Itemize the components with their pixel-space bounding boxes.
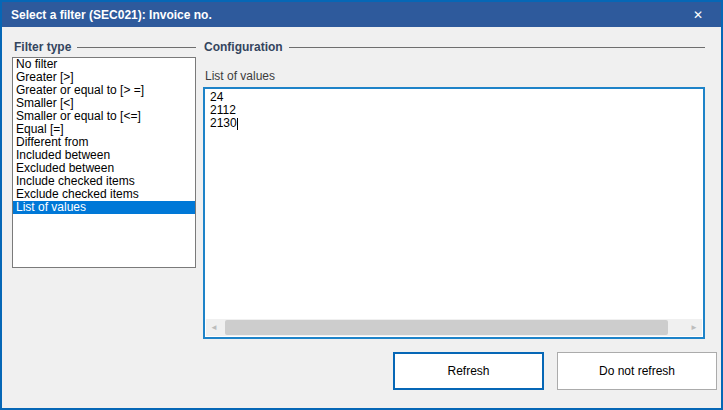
filter-type-group-label: Filter type xyxy=(14,40,71,54)
close-icon[interactable]: ✕ xyxy=(687,2,709,27)
value-line: 2112 xyxy=(210,104,698,117)
horizontal-scrollbar[interactable]: ◄ ► xyxy=(206,319,702,336)
group-divider-line xyxy=(289,47,705,48)
value-line: 24 xyxy=(210,91,698,104)
scroll-right-icon[interactable]: ► xyxy=(686,319,702,336)
textarea-content: 2421122130 xyxy=(205,89,703,132)
group-divider-line xyxy=(77,47,196,48)
configuration-group-label: Configuration xyxy=(204,40,283,54)
value-line: 2130 xyxy=(210,117,698,130)
scrollbar-track[interactable] xyxy=(222,319,686,336)
refresh-button[interactable]: Refresh xyxy=(393,352,544,390)
filter-dialog: Select a filter (SEC021): Invoice no. ✕ … xyxy=(0,0,723,410)
text-caret xyxy=(237,118,238,130)
list-of-values-textarea[interactable]: 2421122130 ◄ ► xyxy=(203,87,705,339)
filter-type-group-header: Filter type xyxy=(14,40,196,54)
list-of-values-label: List of values xyxy=(205,69,275,83)
titlebar[interactable]: Select a filter (SEC021): Invoice no. ✕ xyxy=(2,2,721,27)
do-not-refresh-button[interactable]: Do not refresh xyxy=(557,352,717,390)
scroll-left-icon[interactable]: ◄ xyxy=(206,319,222,336)
window-title: Select a filter (SEC021): Invoice no. xyxy=(2,8,212,22)
configuration-group-header: Configuration xyxy=(204,40,705,54)
filter-type-option[interactable]: List of values xyxy=(13,201,195,214)
scrollbar-thumb[interactable] xyxy=(225,320,668,335)
filter-type-listbox[interactable]: No filterGreater [>]Greater or equal to … xyxy=(12,57,196,268)
